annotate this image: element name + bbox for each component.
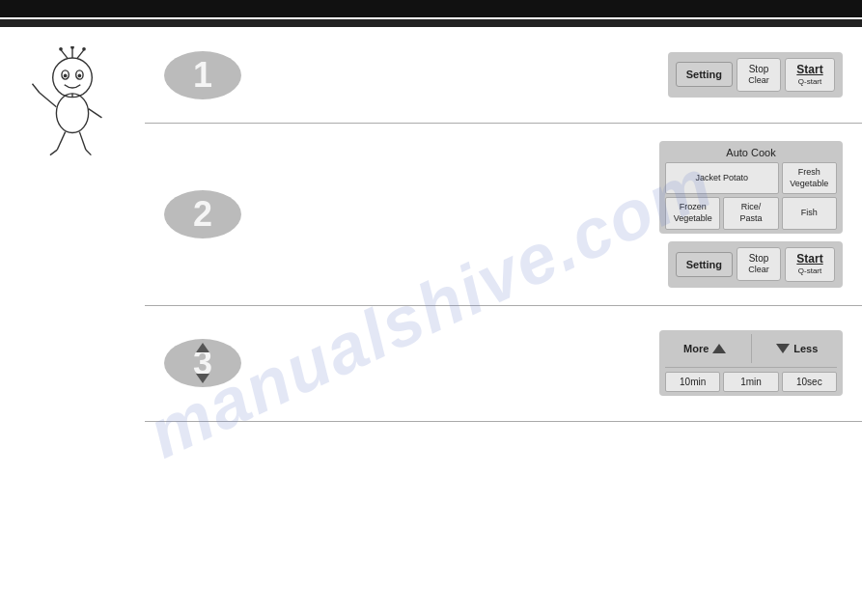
svg-point-11 bbox=[56, 94, 88, 133]
step-2-row: 2 Auto Cook Jacket Potato FreshVegetable… bbox=[145, 124, 862, 306]
auto-cook-title: Auto Cook bbox=[665, 145, 837, 162]
step-2-oval: 2 bbox=[164, 190, 241, 238]
svg-line-7 bbox=[77, 50, 84, 59]
second-bar bbox=[0, 19, 862, 27]
step-2-stop-clear-button[interactable]: Stop Clear bbox=[737, 247, 781, 281]
step-1-qstart-label: Q-start bbox=[793, 77, 826, 87]
step-2-buttons: Setting Stop Clear Start Q-start bbox=[676, 247, 835, 282]
less-down-icon bbox=[776, 344, 790, 353]
10sec-button[interactable]: 10sec bbox=[782, 372, 837, 392]
step-1-buttons: Setting Stop Clear Start Q-start bbox=[676, 58, 835, 93]
svg-point-9 bbox=[70, 46, 74, 49]
panel-divider bbox=[751, 334, 752, 363]
svg-line-18 bbox=[79, 132, 85, 150]
svg-line-16 bbox=[57, 132, 65, 150]
character-section bbox=[0, 27, 145, 616]
step-3-row: 3 More Le bbox=[145, 306, 862, 422]
character-illustration bbox=[19, 46, 125, 162]
more-label: More bbox=[683, 343, 709, 354]
step-2-clear-label: Clear bbox=[743, 265, 774, 276]
up-arrow-icon bbox=[196, 343, 209, 352]
step-2-start-button[interactable]: Start Q-start bbox=[785, 247, 835, 282]
step-1-number-area: 1 bbox=[145, 51, 261, 99]
rice-pasta-button[interactable]: Rice/Pasta bbox=[723, 197, 778, 229]
step-2-start-label: Start bbox=[793, 252, 826, 267]
svg-point-8 bbox=[59, 47, 63, 51]
svg-point-0 bbox=[53, 58, 93, 98]
step-3-up-triangle-area bbox=[196, 339, 209, 356]
svg-line-15 bbox=[89, 109, 102, 118]
step-1-oval: 1 bbox=[164, 51, 241, 99]
time-less-section: Less bbox=[758, 343, 838, 354]
svg-line-19 bbox=[86, 150, 92, 155]
time-panel-bottom: 10min 1min 10sec bbox=[665, 372, 837, 392]
step-2-control-panel: Setting Stop Clear Start Q-start bbox=[668, 241, 843, 288]
step-2-setting-button[interactable]: Setting bbox=[676, 252, 733, 277]
step-2-content: Auto Cook Jacket Potato FreshVegetable F… bbox=[261, 141, 862, 288]
down-arrow-icon bbox=[196, 374, 209, 383]
step-1-panel: Setting Stop Clear Start Q-start bbox=[668, 52, 843, 98]
1min-button[interactable]: 1min bbox=[723, 372, 778, 392]
svg-line-5 bbox=[61, 50, 68, 59]
main-content: 1 Setting Stop Clear Start Q-start bbox=[0, 27, 862, 616]
step-1-stop-label: Stop bbox=[743, 63, 774, 75]
frozen-vegetable-button[interactable]: FrozenVegetable bbox=[665, 197, 720, 229]
step-3-content: More Less 10min 1min 10sec bbox=[261, 330, 862, 396]
step-1-stop-clear-button[interactable]: Stop Clear bbox=[737, 58, 781, 92]
svg-point-3 bbox=[64, 74, 68, 78]
step-2-panels: Auto Cook Jacket Potato FreshVegetable F… bbox=[659, 141, 843, 288]
step-1-start-label: Start bbox=[793, 63, 826, 78]
auto-cook-grid: Jacket Potato FreshVegetable FrozenVeget… bbox=[665, 162, 837, 230]
step-1-setting-button[interactable]: Setting bbox=[676, 62, 733, 87]
svg-point-4 bbox=[78, 74, 82, 78]
time-more-section: More bbox=[665, 343, 745, 354]
step-2-qstart-label: Q-start bbox=[793, 266, 826, 276]
step-1-row: 1 Setting Stop Clear Start Q-start bbox=[145, 27, 862, 124]
steps-section: 1 Setting Stop Clear Start Q-start bbox=[145, 27, 862, 616]
step-3-number-area: 3 bbox=[145, 339, 261, 387]
svg-line-17 bbox=[50, 150, 57, 155]
auto-cook-panel: Auto Cook Jacket Potato FreshVegetable F… bbox=[659, 141, 843, 234]
svg-line-14 bbox=[32, 84, 39, 93]
svg-point-10 bbox=[82, 47, 86, 51]
jacket-potato-button[interactable]: Jacket Potato bbox=[665, 162, 779, 194]
fish-button[interactable]: Fish bbox=[782, 197, 837, 229]
svg-line-13 bbox=[40, 93, 57, 107]
step-1-start-button[interactable]: Start Q-start bbox=[785, 58, 835, 93]
step-3-down-triangle-area bbox=[196, 370, 209, 387]
step-2-number: 2 bbox=[193, 194, 212, 235]
top-bar bbox=[0, 0, 862, 17]
fresh-vegetable-button[interactable]: FreshVegetable bbox=[782, 162, 837, 194]
step-2-number-area: 2 bbox=[145, 190, 261, 238]
time-panel-top: More Less bbox=[665, 334, 837, 368]
less-label: Less bbox=[793, 343, 818, 354]
step-2-stop-label: Stop bbox=[743, 252, 774, 265]
step-1-content: Setting Stop Clear Start Q-start bbox=[261, 52, 862, 98]
time-panel: More Less 10min 1min 10sec bbox=[659, 330, 843, 396]
step-1-number: 1 bbox=[193, 55, 212, 96]
step-1-clear-label: Clear bbox=[743, 75, 774, 87]
more-up-icon bbox=[712, 344, 726, 353]
10min-button[interactable]: 10min bbox=[665, 372, 720, 392]
